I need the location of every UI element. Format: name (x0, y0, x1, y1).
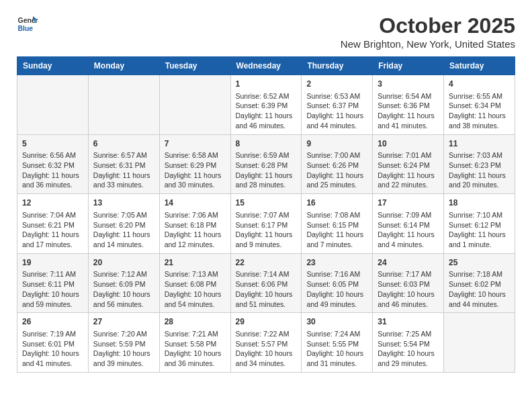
day-info: Sunset: 6:11 PM (22, 279, 83, 289)
day-info: Sunset: 6:24 PM (378, 161, 439, 171)
day-info: Daylight: 11 hours and 33 minutes. (93, 171, 154, 190)
day-info: Daylight: 10 hours and 44 minutes. (449, 289, 510, 309)
day-number: 8 (236, 138, 297, 150)
calendar-cell: 7Sunrise: 6:58 AMSunset: 6:29 PMDaylight… (159, 134, 230, 194)
calendar-cell: 25Sunrise: 7:18 AMSunset: 6:02 PMDayligh… (444, 253, 515, 313)
day-number: 27 (93, 316, 154, 328)
day-info: Daylight: 11 hours and 36 minutes. (22, 171, 83, 190)
day-number: 12 (22, 197, 83, 209)
day-info: Daylight: 11 hours and 38 minutes. (449, 111, 510, 130)
day-info: Sunset: 6:34 PM (449, 101, 510, 111)
day-info: Daylight: 11 hours and 28 minutes. (236, 171, 297, 190)
day-info: Daylight: 10 hours and 36 minutes. (165, 349, 226, 368)
calendar-cell: 15Sunrise: 7:07 AMSunset: 6:17 PMDayligh… (230, 194, 302, 254)
day-info: Sunset: 6:23 PM (449, 161, 510, 171)
day-number: 4 (449, 79, 510, 90)
day-info: Sunset: 6:05 PM (306, 279, 367, 289)
day-number: 11 (449, 138, 510, 150)
day-info: Sunset: 6:32 PM (22, 161, 83, 171)
day-info: Sunset: 5:58 PM (165, 339, 226, 349)
logo: General Blue (17, 13, 38, 35)
day-info: Daylight: 10 hours and 56 minutes. (93, 289, 154, 309)
day-number: 29 (236, 316, 297, 328)
day-info: Sunrise: 7:21 AM (165, 329, 226, 339)
calendar-table: SundayMondayTuesdayWednesdayThursdayFrid… (17, 56, 515, 373)
day-info: Sunset: 6:29 PM (165, 161, 226, 171)
day-info: Sunrise: 7:05 AM (93, 210, 154, 220)
calendar-week-row: 19Sunrise: 7:11 AMSunset: 6:11 PMDayligh… (17, 253, 515, 313)
calendar-cell (159, 75, 230, 135)
day-info: Sunrise: 7:06 AM (165, 210, 226, 220)
day-info: Sunrise: 7:20 AM (93, 329, 154, 339)
header-thursday: Thursday (302, 57, 373, 75)
day-info: Sunrise: 7:22 AM (236, 329, 297, 339)
day-info: Daylight: 10 hours and 39 minutes. (93, 349, 154, 368)
calendar-cell: 6Sunrise: 6:57 AMSunset: 6:31 PMDaylight… (88, 134, 159, 194)
day-info: Daylight: 10 hours and 46 minutes. (378, 289, 439, 309)
header-wednesday: Wednesday (230, 57, 302, 75)
day-info: Sunset: 6:12 PM (449, 220, 510, 230)
day-info: Sunrise: 6:59 AM (236, 150, 297, 161)
day-info: Sunrise: 7:17 AM (378, 269, 439, 279)
day-info: Sunrise: 7:18 AM (449, 269, 510, 279)
calendar-header-row: SundayMondayTuesdayWednesdayThursdayFrid… (17, 57, 515, 75)
day-info: Sunset: 5:59 PM (93, 339, 154, 349)
day-info: Sunset: 6:36 PM (378, 101, 439, 111)
day-info: Sunset: 6:37 PM (306, 101, 367, 111)
day-info: Sunrise: 7:04 AM (22, 210, 83, 220)
calendar-cell: 4Sunrise: 6:55 AMSunset: 6:34 PMDaylight… (444, 75, 515, 135)
day-number: 24 (378, 257, 439, 269)
logo-icon: General Blue (17, 13, 38, 35)
day-info: Daylight: 11 hours and 7 minutes. (306, 230, 367, 249)
day-info: Daylight: 10 hours and 29 minutes. (378, 349, 439, 368)
day-info: Daylight: 11 hours and 12 minutes. (165, 230, 226, 249)
calendar-cell: 1Sunrise: 6:52 AMSunset: 6:39 PMDaylight… (230, 75, 302, 135)
calendar-cell: 17Sunrise: 7:09 AMSunset: 6:14 PMDayligh… (373, 194, 444, 254)
day-number: 7 (165, 138, 226, 150)
day-info: Sunrise: 6:54 AM (378, 91, 439, 101)
day-info: Sunrise: 7:24 AM (306, 329, 367, 339)
day-info: Sunset: 6:15 PM (306, 220, 367, 230)
day-number: 15 (236, 197, 297, 209)
calendar-cell: 24Sunrise: 7:17 AMSunset: 6:03 PMDayligh… (373, 253, 444, 313)
calendar-cell (17, 75, 89, 135)
day-info: Sunset: 6:20 PM (93, 220, 154, 230)
calendar-cell (88, 75, 159, 135)
day-info: Daylight: 10 hours and 34 minutes. (236, 349, 297, 368)
day-info: Sunrise: 6:53 AM (306, 91, 367, 101)
day-info: Daylight: 11 hours and 17 minutes. (22, 230, 83, 249)
calendar-cell: 16Sunrise: 7:08 AMSunset: 6:15 PMDayligh… (302, 194, 373, 254)
day-info: Daylight: 11 hours and 41 minutes. (378, 111, 439, 130)
day-info: Sunset: 6:18 PM (165, 220, 226, 230)
day-number: 1 (236, 79, 297, 90)
header-tuesday: Tuesday (159, 57, 230, 75)
day-info: Sunset: 5:54 PM (378, 339, 439, 349)
header-sunday: Sunday (17, 57, 89, 75)
day-number: 23 (306, 257, 367, 269)
day-number: 9 (306, 138, 367, 150)
calendar-cell (444, 313, 515, 373)
day-info: Sunset: 6:06 PM (236, 279, 297, 289)
calendar-cell: 30Sunrise: 7:24 AMSunset: 5:55 PMDayligh… (302, 313, 373, 373)
day-info: Sunset: 6:31 PM (93, 161, 154, 171)
calendar-cell: 29Sunrise: 7:22 AMSunset: 5:57 PMDayligh… (230, 313, 302, 373)
svg-text:Blue: Blue (18, 25, 34, 32)
day-info: Sunrise: 7:01 AM (378, 150, 439, 161)
header-friday: Friday (373, 57, 444, 75)
calendar-cell: 19Sunrise: 7:11 AMSunset: 6:11 PMDayligh… (17, 253, 89, 313)
day-info: Sunrise: 7:08 AM (306, 210, 367, 220)
day-number: 26 (22, 316, 83, 328)
day-info: Daylight: 11 hours and 44 minutes. (306, 111, 367, 130)
calendar-cell: 12Sunrise: 7:04 AMSunset: 6:21 PMDayligh… (17, 194, 89, 254)
day-info: Sunrise: 6:52 AM (236, 91, 297, 101)
day-info: Sunrise: 7:09 AM (378, 210, 439, 220)
day-info: Daylight: 11 hours and 30 minutes. (165, 171, 226, 190)
day-info: Sunrise: 7:00 AM (306, 150, 367, 161)
title-area: October 2025 New Brighton, New York, Uni… (341, 13, 515, 50)
day-info: Daylight: 10 hours and 41 minutes. (22, 349, 83, 368)
day-info: Sunrise: 7:10 AM (449, 210, 510, 220)
day-info: Sunset: 5:57 PM (236, 339, 297, 349)
day-info: Sunrise: 7:07 AM (236, 210, 297, 220)
day-info: Daylight: 11 hours and 22 minutes. (378, 171, 439, 190)
day-number: 25 (449, 257, 510, 269)
